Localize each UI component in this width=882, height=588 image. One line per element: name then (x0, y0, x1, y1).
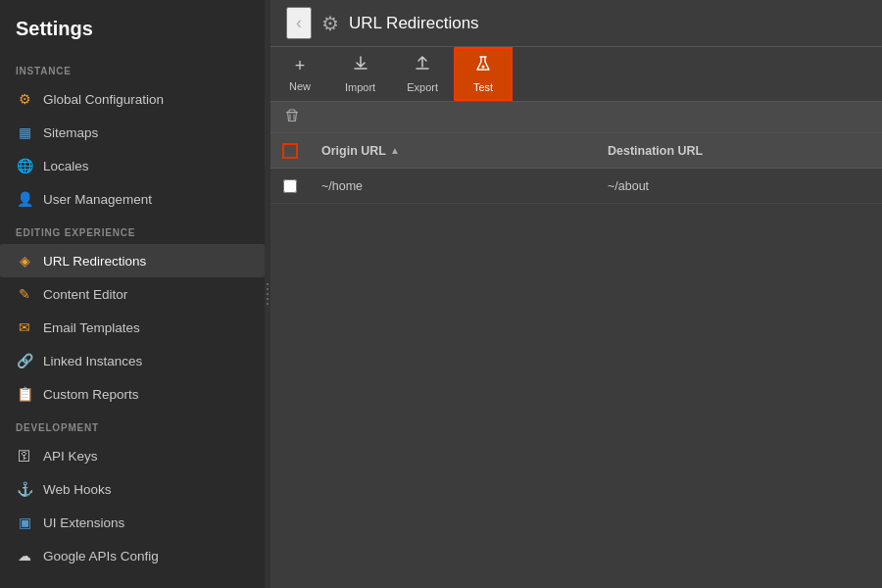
sidebar-item-label: User Management (43, 192, 152, 207)
section-label-editing: EDITING EXPERIENCE (0, 216, 265, 244)
key-icon: ⚿ (16, 447, 33, 465)
sidebar: Settings INSTANCE ⚙ Global Configuration… (0, 0, 265, 588)
sidebar-item-label: Sitemaps (43, 125, 98, 140)
export-label: Export (407, 81, 438, 93)
import-icon (352, 55, 369, 77)
header-gear-icon: ⚙ (321, 12, 339, 35)
delete-button[interactable] (278, 104, 306, 130)
cloud-icon: ☁ (16, 547, 33, 564)
sidebar-item-custom-reports[interactable]: 📋 Custom Reports (0, 377, 265, 411)
sidebar-item-ui-extensions[interactable]: ▣ UI Extensions (0, 506, 265, 539)
sidebar-item-label: Email Templates (43, 320, 140, 335)
report-icon: 📋 (16, 385, 33, 403)
test-label: Test (473, 81, 493, 93)
sidebar-item-label: Content Editor (43, 287, 127, 302)
back-chevron-icon: ‹ (296, 13, 302, 33)
sidebar-item-label: Locales (43, 159, 89, 173)
sidebar-item-label: Google APIs Config (43, 549, 159, 564)
sidebar-item-web-hooks[interactable]: ⚓ Web Hooks (0, 472, 265, 506)
sidebar-item-api-keys[interactable]: ⚿ API Keys (0, 439, 265, 472)
gear-icon: ⚙ (16, 90, 33, 108)
import-label: Import (345, 81, 375, 93)
test-button[interactable]: Test (454, 47, 513, 101)
sidebar-item-user-management[interactable]: 👤 User Management (0, 182, 265, 216)
table-header: Origin URL ▲ Destination URL (270, 133, 882, 169)
section-label-development: DEVELOPMENT (0, 411, 265, 439)
globe-icon: 🌐 (16, 157, 33, 174)
user-icon: 👤 (16, 190, 33, 208)
sidebar-item-url-redirections[interactable]: ◈ URL Redirections (0, 244, 265, 277)
sitemaps-icon: ▦ (16, 123, 33, 141)
column-header-origin-url: Origin URL ▲ (310, 144, 596, 158)
sidebar-item-email-templates[interactable]: ✉ Email Templates (0, 311, 265, 344)
sidebar-item-label: API Keys (43, 449, 98, 464)
column-header-destination-url: Destination URL (596, 144, 882, 158)
sort-asc-icon[interactable]: ▲ (390, 145, 400, 156)
row-checkbox[interactable] (283, 179, 297, 193)
sidebar-item-label: URL Redirections (43, 254, 146, 269)
table-area: Origin URL ▲ Destination URL ~/home ~/ab… (270, 133, 882, 588)
new-button[interactable]: + New (270, 47, 329, 101)
sidebar-item-locales[interactable]: 🌐 Locales (0, 149, 265, 182)
sidebar-section-editing: EDITING EXPERIENCE ◈ URL Redirections ✎ … (0, 216, 265, 411)
row-checkbox-container[interactable] (270, 179, 310, 193)
anchor-icon: ⚓ (16, 480, 33, 498)
sidebar-section-development: DEVELOPMENT ⚿ API Keys ⚓ Web Hooks ▣ UI … (0, 411, 265, 572)
test-icon (474, 55, 492, 77)
sidebar-item-label: Global Configuration (43, 92, 164, 107)
new-label: New (289, 80, 311, 92)
cell-origin-url: ~/home (310, 179, 596, 193)
cell-destination-url: ~/about (596, 179, 882, 193)
main-content: ‹ ⚙ URL Redirections + New Import Export (270, 0, 882, 588)
redirect-icon: ◈ (16, 252, 33, 270)
sidebar-item-sitemaps[interactable]: ▦ Sitemaps (0, 116, 265, 149)
select-all-checkbox[interactable] (282, 143, 298, 159)
link-icon: 🔗 (16, 352, 33, 369)
sidebar-item-content-editor[interactable]: ✎ Content Editor (0, 277, 265, 311)
email-icon: ✉ (16, 318, 33, 336)
toolbar: + New Import Export (270, 47, 882, 102)
sidebar-item-google-apis-config[interactable]: ☁ Google APIs Config (0, 539, 265, 572)
new-icon: + (295, 56, 306, 76)
sidebar-title: Settings (0, 0, 265, 54)
section-label-instance: INSTANCE (0, 54, 265, 82)
sidebar-item-label: Custom Reports (43, 387, 139, 402)
sidebar-item-label: Linked Instances (43, 354, 142, 368)
page-title: URL Redirections (349, 14, 479, 33)
table-row: ~/home ~/about (270, 169, 882, 204)
export-icon (414, 55, 431, 77)
svg-point-0 (481, 66, 484, 69)
sidebar-section-instance: INSTANCE ⚙ Global Configuration ▦ Sitema… (0, 54, 265, 216)
main-header: ‹ ⚙ URL Redirections (270, 0, 882, 47)
select-all-checkbox-container[interactable] (270, 143, 310, 159)
sidebar-item-label: Web Hooks (43, 482, 112, 497)
edit-icon: ✎ (16, 285, 33, 303)
action-bar (270, 102, 882, 133)
extensions-icon: ▣ (16, 514, 33, 531)
export-button[interactable]: Export (391, 47, 454, 101)
sidebar-item-linked-instances[interactable]: 🔗 Linked Instances (0, 344, 265, 377)
back-button[interactable]: ‹ (286, 7, 312, 39)
sidebar-item-label: UI Extensions (43, 515, 124, 530)
import-button[interactable]: Import (329, 47, 391, 101)
sidebar-item-global-configuration[interactable]: ⚙ Global Configuration (0, 82, 265, 116)
